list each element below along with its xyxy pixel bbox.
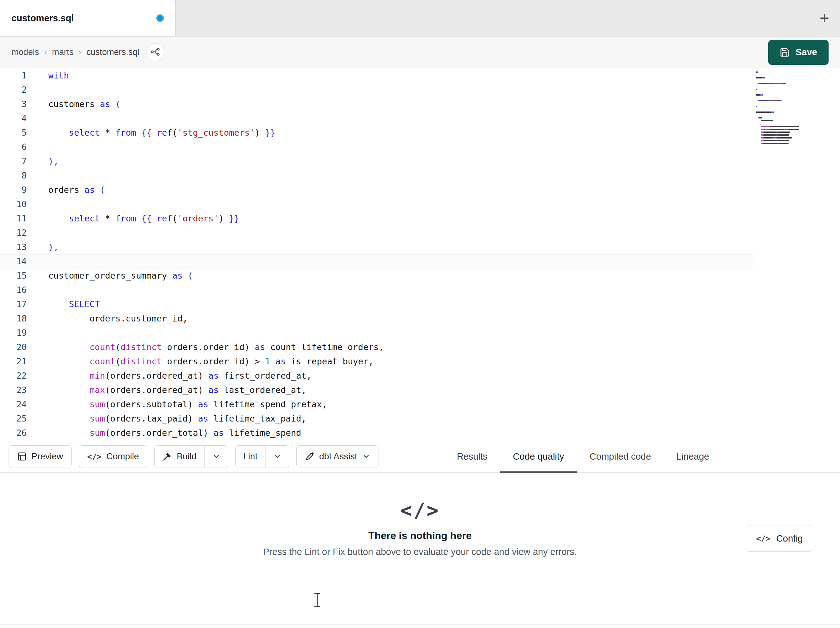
- minimap-line: [756, 92, 837, 93]
- code-text: count(distinct orders.order_id) > 1 as i…: [32, 354, 373, 369]
- minimap-line: [756, 74, 837, 76]
- dbt-ide-window: customers.sql + models›marts›customers.s…: [0, 0, 840, 628]
- file-tab-title: customers.sql: [11, 13, 74, 24]
- code-text: count(distinct orders.order_id) as count…: [32, 340, 384, 354]
- build-button-label: Build: [177, 451, 196, 462]
- new-tab-button[interactable]: +: [819, 10, 829, 26]
- code-line-16[interactable]: 16: [0, 283, 753, 297]
- line-number: 8: [0, 168, 32, 183]
- panel-tab-compiled-code[interactable]: Compiled code: [577, 441, 663, 472]
- unsaved-indicator-dot: [156, 14, 164, 22]
- code-line-6[interactable]: 6: [0, 140, 753, 154]
- code-icon: </>: [0, 501, 840, 520]
- indent-guide: [69, 411, 69, 426]
- line-number: 16: [0, 283, 32, 297]
- indent-guide: [69, 383, 69, 397]
- minimap-line: [756, 137, 837, 139]
- chevron-down-icon: [212, 452, 220, 460]
- code-line-22[interactable]: 22 min(orders.ordered_at) as first_order…: [0, 369, 753, 383]
- code-line-9[interactable]: 9orders as (: [0, 183, 753, 197]
- minimap-line: [756, 106, 837, 107]
- breadcrumb-bar: models›marts›customers.sql Save: [0, 36, 840, 68]
- preview-table-icon: [17, 452, 27, 461]
- lint-button-label: Lint: [243, 451, 257, 462]
- build-button[interactable]: Build: [155, 446, 204, 468]
- line-number: 15: [0, 269, 32, 283]
- lint-button-group: Lint: [235, 445, 289, 468]
- line-number: 25: [0, 411, 32, 426]
- line-number: 6: [0, 140, 32, 154]
- code-text: with: [32, 68, 69, 82]
- code-editor[interactable]: 1with23customers as (45 select * from {{…: [0, 68, 840, 441]
- code-line-3[interactable]: 3customers as (: [0, 97, 753, 111]
- code-line-25[interactable]: 25 sum(orders.tax_paid) as lifetime_tax_…: [0, 411, 753, 426]
- code-line-20[interactable]: 20 count(distinct orders.order_id) as co…: [0, 340, 753, 354]
- code-line-23[interactable]: 23 max(orders.ordered_at) as last_ordere…: [0, 383, 753, 397]
- breadcrumb-item-marts[interactable]: marts: [52, 47, 74, 57]
- code-text: ),: [32, 154, 59, 168]
- editor-tab-bar: customers.sql +: [0, 0, 840, 36]
- line-number: 13: [0, 240, 32, 254]
- panel-tab-code-quality[interactable]: Code quality: [500, 441, 577, 472]
- indent-guide: [69, 354, 69, 369]
- code-line-18[interactable]: 18 orders.customer_id,: [0, 311, 753, 326]
- line-number: 4: [0, 111, 32, 125]
- panel-tab-results[interactable]: Results: [444, 441, 500, 472]
- line-number: 10: [0, 197, 32, 211]
- code-line-4[interactable]: 4: [0, 111, 753, 125]
- breadcrumb-item-models[interactable]: models: [11, 47, 39, 57]
- code-text: sum(orders.order_total) as lifetime_spen…: [32, 426, 302, 440]
- code-line-13[interactable]: 13),: [0, 240, 753, 254]
- breadcrumb: models›marts›customers.sql: [11, 47, 139, 57]
- file-tab-customers-sql[interactable]: customers.sql: [0, 0, 175, 36]
- code-line-5[interactable]: 5 select * from {{ ref('stg_customers') …: [0, 125, 753, 140]
- code-line-14[interactable]: 14: [0, 254, 753, 269]
- indent-guide: [69, 326, 69, 340]
- code-line-19[interactable]: 19: [0, 326, 753, 340]
- minimap-line: [756, 83, 837, 84]
- minimap-line: [756, 140, 837, 141]
- code-icon: </>: [87, 452, 102, 461]
- line-number: 14: [0, 254, 32, 269]
- code-line-8[interactable]: 8: [0, 168, 753, 183]
- breadcrumb-item-customers-sql[interactable]: customers.sql: [86, 47, 139, 57]
- minimap[interactable]: [756, 71, 837, 146]
- code-line-2[interactable]: 2: [0, 82, 753, 97]
- code-line-1[interactable]: 1with: [0, 68, 753, 82]
- code-line-17[interactable]: 17 SELECT: [0, 297, 753, 311]
- empty-state-subtitle: Press the Lint or Fix button above to ev…: [0, 547, 840, 557]
- lint-button[interactable]: Lint: [236, 446, 265, 468]
- minimap-line: [756, 129, 837, 130]
- code-line-15[interactable]: 15customer_orders_summary as (: [0, 269, 753, 283]
- panel-tab-lineage[interactable]: Lineage: [664, 441, 722, 472]
- code-text: orders.customer_id,: [32, 311, 188, 326]
- code-line-26[interactable]: 26 sum(orders.order_total) as lifetime_s…: [0, 426, 753, 440]
- code-icon: </>: [756, 534, 771, 543]
- config-button[interactable]: </> Config: [746, 525, 813, 552]
- code-line-11[interactable]: 11 select * from {{ ref('orders') }}: [0, 211, 753, 226]
- indent-guide: [69, 369, 69, 383]
- code-text: ),: [32, 240, 59, 254]
- lint-dropdown-button[interactable]: [265, 446, 289, 468]
- code-lines: 1with23customers as (45 select * from {{…: [0, 68, 840, 440]
- code-line-10[interactable]: 10: [0, 197, 753, 211]
- dbt-assist-button[interactable]: dbt Assist: [296, 445, 379, 468]
- line-number: 2: [0, 82, 32, 97]
- code-text: max(orders.ordered_at) as last_ordered_a…: [32, 383, 306, 397]
- preview-button[interactable]: Preview: [9, 445, 72, 468]
- minimap-line: [756, 97, 837, 98]
- code-line-7[interactable]: 7),: [0, 154, 753, 168]
- compile-button[interactable]: </> Compile: [79, 445, 148, 468]
- code-text: [32, 197, 48, 211]
- minimap-line: [756, 109, 837, 110]
- save-button[interactable]: Save: [768, 40, 829, 65]
- line-number: 23: [0, 383, 32, 397]
- code-line-12[interactable]: 12: [0, 226, 753, 240]
- code-line-24[interactable]: 24 sum(orders.subtotal) as lifetime_spen…: [0, 397, 753, 411]
- line-number: 18: [0, 311, 32, 326]
- build-dropdown-button[interactable]: [205, 446, 228, 468]
- lineage-icon-button[interactable]: [146, 43, 164, 61]
- chevron-down-icon: [362, 452, 370, 460]
- code-line-21[interactable]: 21 count(distinct orders.order_id) > 1 a…: [0, 354, 753, 369]
- code-text: [32, 168, 48, 183]
